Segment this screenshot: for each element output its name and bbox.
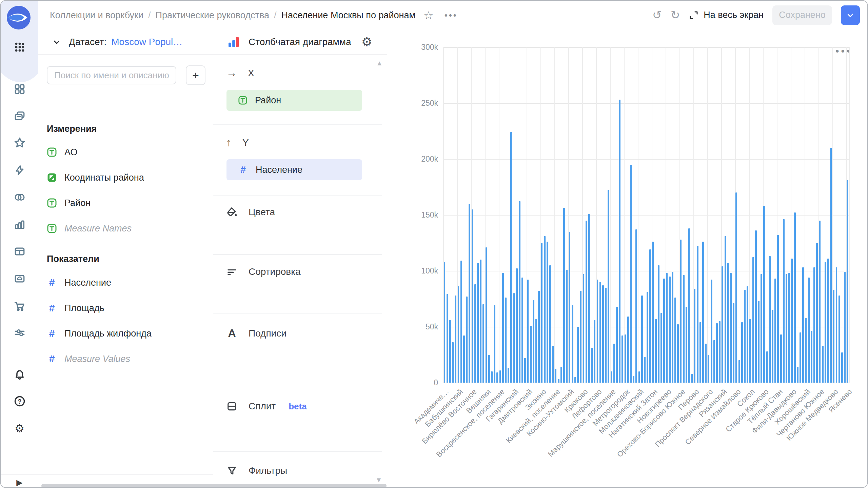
redo-icon[interactable]: ↻ <box>671 8 680 22</box>
chart-bar[interactable] <box>488 355 490 383</box>
filters-section[interactable]: Фильтры <box>226 465 287 476</box>
chart-bar[interactable] <box>619 100 620 383</box>
breadcrumb-workbook[interactable]: Практические руководства <box>155 10 269 21</box>
field-search-input[interactable] <box>47 66 176 84</box>
chart-bar[interactable] <box>527 280 529 383</box>
chart-bar[interactable] <box>458 286 459 383</box>
chart-bar[interactable] <box>738 360 740 383</box>
chart-bar[interactable] <box>535 319 537 383</box>
chart-bar[interactable] <box>491 371 493 383</box>
more-actions-icon[interactable]: ••• <box>445 10 458 21</box>
fullscreen-control[interactable]: На весь экран <box>689 10 764 20</box>
chart-bar[interactable] <box>480 260 481 383</box>
dimension-row-measure-names[interactable]: Measure Names <box>47 221 132 236</box>
chart-bar[interactable] <box>683 275 685 383</box>
chart-bar[interactable] <box>727 263 729 383</box>
chart-settings-gear-icon[interactable]: ⚙ <box>361 35 372 49</box>
chart-bar[interactable] <box>811 331 812 383</box>
x-field-chip[interactable]: Район <box>226 90 362 111</box>
dimension-row-ao[interactable]: АО <box>47 145 77 160</box>
datalens-logo-icon[interactable] <box>6 5 31 30</box>
chart-bar[interactable] <box>691 374 693 383</box>
chart-bar[interactable] <box>563 208 565 383</box>
chart-bar[interactable] <box>705 344 707 383</box>
chart-bar[interactable] <box>641 296 643 383</box>
chart-bar[interactable] <box>472 209 473 383</box>
chart-bar[interactable] <box>744 290 746 383</box>
chart-bar[interactable] <box>805 318 807 383</box>
chart-bar[interactable] <box>597 280 598 383</box>
chart-bar[interactable] <box>482 304 484 383</box>
scroll-up-icon[interactable]: ▲ <box>376 59 383 67</box>
chart-bar[interactable] <box>538 291 540 383</box>
chart-bar[interactable] <box>513 293 515 383</box>
chart-bar[interactable] <box>469 204 470 383</box>
chart-bar[interactable] <box>647 292 648 383</box>
chart-bar[interactable] <box>516 268 518 383</box>
chart-bar[interactable] <box>499 370 501 383</box>
chart-bar[interactable] <box>635 229 637 383</box>
chart-bar[interactable] <box>699 322 701 383</box>
chart-bar[interactable] <box>722 266 723 383</box>
chart-bar[interactable] <box>788 273 790 383</box>
chart-bar[interactable] <box>633 376 634 383</box>
chart-bar[interactable] <box>702 242 704 383</box>
split-section[interactable]: Сплит beta <box>226 401 307 412</box>
column-chart-plot[interactable]: 300k250k200k150k100k50k0Академиче…Бабушк… <box>443 47 849 383</box>
measure-row-ploshchad[interactable]: # Площадь <box>47 301 104 316</box>
dataset-name-link[interactable]: Moscow Popul… <box>111 37 182 47</box>
all-services-grid-icon[interactable] <box>1 39 38 55</box>
chart-bar[interactable] <box>688 228 690 383</box>
chart-bar[interactable] <box>735 192 737 383</box>
datasets-table-icon[interactable] <box>1 243 38 260</box>
measure-row-zhilfond[interactable]: # Площадь жилфонда <box>47 326 152 341</box>
chart-bar[interactable] <box>505 298 507 383</box>
chart-bar[interactable] <box>663 279 665 383</box>
chart-bar[interactable] <box>733 303 734 383</box>
save-menu-button[interactable] <box>841 5 860 25</box>
undo-icon[interactable]: ↺ <box>652 8 662 22</box>
chart-bar[interactable] <box>560 367 562 383</box>
chart-bar[interactable] <box>827 259 829 383</box>
chart-bar[interactable] <box>521 278 523 383</box>
chart-bar[interactable] <box>830 148 832 383</box>
chart-bar[interactable] <box>816 243 818 383</box>
chart-bar[interactable] <box>772 310 773 383</box>
chart-bar[interactable] <box>544 236 546 383</box>
chart-bar[interactable] <box>613 344 615 383</box>
chart-bar[interactable] <box>766 351 768 383</box>
chart-bar[interactable] <box>463 336 465 383</box>
chart-bar[interactable] <box>763 206 765 383</box>
chart-bar[interactable] <box>625 334 626 383</box>
chart-bar[interactable] <box>524 358 526 383</box>
notifications-bell-icon[interactable] <box>1 367 38 383</box>
chart-bar[interactable] <box>813 267 815 383</box>
chart-bar[interactable] <box>752 257 754 383</box>
collections-icon[interactable] <box>1 108 38 124</box>
chart-bar[interactable] <box>552 346 554 383</box>
favorite-star-icon[interactable]: ☆ <box>423 9 434 22</box>
chart-bar[interactable] <box>749 319 751 383</box>
chart-bar[interactable] <box>586 221 587 383</box>
chart-bar[interactable] <box>566 270 568 383</box>
chart-bar[interactable] <box>686 307 687 383</box>
chart-bar[interactable] <box>455 296 456 383</box>
chart-bar[interactable] <box>549 265 551 383</box>
chart-bar[interactable] <box>786 274 787 383</box>
chart-bar[interactable] <box>502 273 504 383</box>
chart-bar[interactable] <box>591 348 593 383</box>
chart-bar[interactable] <box>644 357 646 383</box>
chart-bar[interactable] <box>730 273 732 383</box>
chart-bar[interactable] <box>510 132 512 383</box>
chart-bar[interactable] <box>780 334 782 383</box>
chart-bar[interactable] <box>541 243 543 383</box>
measure-row-naselenie[interactable]: # Население <box>47 275 111 290</box>
connections-icon[interactable] <box>1 189 38 205</box>
chart-bar[interactable] <box>808 278 810 383</box>
chart-bar[interactable] <box>583 274 585 383</box>
chart-bar[interactable] <box>825 262 826 383</box>
chart-bar[interactable] <box>674 298 676 383</box>
chart-bar[interactable] <box>836 267 837 383</box>
settings-gear-icon[interactable]: ⚙ <box>1 420 38 436</box>
add-field-button[interactable]: + <box>186 65 205 85</box>
